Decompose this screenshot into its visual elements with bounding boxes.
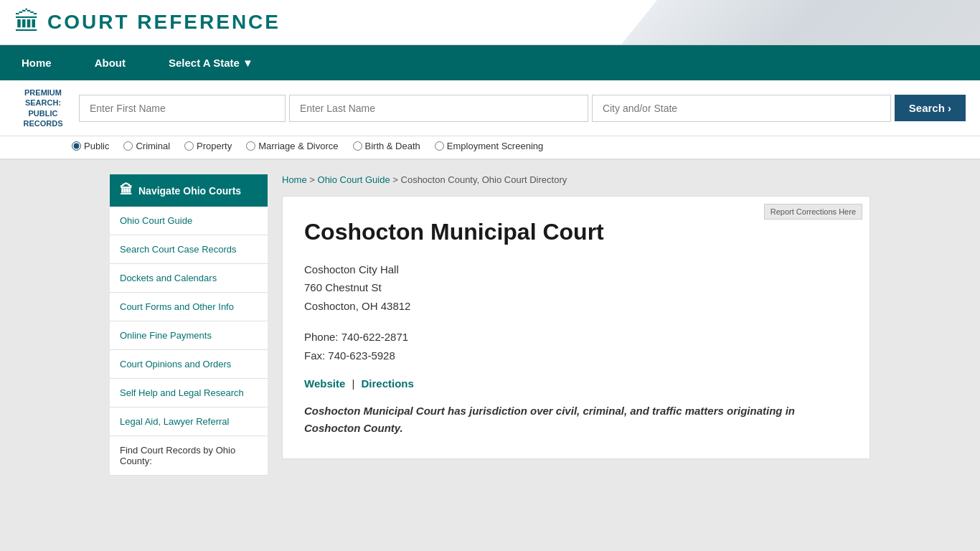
court-contact: Phone: 740-622-2871 Fax: 740-623-5928: [304, 328, 848, 364]
radio-property[interactable]: Property: [184, 141, 232, 151]
court-links: Website | Directions: [304, 377, 848, 390]
court-title: Coshocton Municipal Court: [304, 218, 848, 245]
radio-employment[interactable]: Employment Screening: [435, 141, 543, 151]
search-button[interactable]: Search ›: [895, 95, 966, 121]
court-card: Report Corrections Here Coshocton Munici…: [282, 196, 870, 459]
courthouse-icon: 🏛: [14, 7, 40, 37]
premium-label: PREMIUM SEARCH: PUBLIC RECORDS: [14, 88, 72, 128]
search-inputs: Search ›: [79, 95, 966, 122]
search-type-selector: Public Criminal Property Marriage & Divo…: [0, 136, 980, 160]
main-content: 🏛 Navigate Ohio Courts Ohio Court Guide …: [95, 160, 885, 490]
court-phone-number: Phone: 740-622-2871: [304, 328, 848, 347]
breadcrumb: Home > Ohio Court Guide > Coshocton Coun…: [282, 174, 870, 185]
address-line2: 760 Chestnut St: [304, 278, 848, 297]
courthouse-small-icon: 🏛: [120, 183, 133, 198]
nav-home[interactable]: Home: [0, 45, 73, 80]
court-fax-number: Fax: 740-623-5928: [304, 347, 848, 365]
sidebar-item-court-opinions[interactable]: Court Opinions and Orders: [110, 350, 268, 379]
sidebar-county-label: Find Court Records by Ohio County:: [110, 436, 268, 476]
radio-public[interactable]: Public: [72, 141, 109, 151]
court-address: Coshocton City Hall 760 Chestnut St Cosh…: [304, 260, 848, 316]
header-background: [621, 0, 980, 44]
last-name-input[interactable]: [289, 95, 588, 122]
content-area: Home > Ohio Court Guide > Coshocton Coun…: [282, 174, 870, 476]
search-bar: PREMIUM SEARCH: PUBLIC RECORDS Search ›: [0, 80, 980, 136]
report-corrections-button[interactable]: Report Corrections Here: [764, 204, 862, 220]
sidebar-item-legal-aid[interactable]: Legal Aid, Lawyer Referral: [110, 408, 268, 436]
sidebar-item-ohio-court-guide[interactable]: Ohio Court Guide: [110, 207, 268, 235]
sidebar-header: 🏛 Navigate Ohio Courts: [110, 174, 268, 207]
address-line1: Coshocton City Hall: [304, 260, 848, 279]
website-link[interactable]: Website: [304, 377, 345, 390]
radio-marriage[interactable]: Marriage & Divorce: [246, 141, 338, 151]
breadcrumb-current: Coshocton County, Ohio Court Directory: [401, 174, 567, 185]
nav-select-state[interactable]: Select A State ▼: [147, 45, 275, 80]
court-description: Coshocton Municipal Court has jurisdicti…: [304, 402, 848, 437]
first-name-input[interactable]: [79, 95, 286, 122]
nav-about[interactable]: About: [73, 45, 147, 80]
sidebar-item-online-fine-payments[interactable]: Online Fine Payments: [110, 321, 268, 350]
breadcrumb-court-guide[interactable]: Ohio Court Guide: [318, 174, 390, 185]
sidebar: 🏛 Navigate Ohio Courts Ohio Court Guide …: [110, 174, 268, 476]
directions-link[interactable]: Directions: [362, 377, 414, 390]
city-input[interactable]: [592, 95, 891, 122]
sidebar-item-court-forms[interactable]: Court Forms and Other Info: [110, 293, 268, 321]
breadcrumb-home[interactable]: Home: [282, 174, 307, 185]
sidebar-header-label: Navigate Ohio Courts: [138, 185, 241, 197]
link-separator: |: [352, 377, 354, 390]
site-title: COURT REFERENCE: [47, 11, 281, 34]
sidebar-item-search-court-case-records[interactable]: Search Court Case Records: [110, 235, 268, 264]
address-line3: Coshocton, OH 43812: [304, 297, 848, 316]
logo[interactable]: 🏛 COURT REFERENCE: [14, 7, 281, 37]
radio-criminal[interactable]: Criminal: [123, 141, 170, 151]
main-navigation: Home About Select A State ▼: [0, 45, 980, 80]
site-header: 🏛 COURT REFERENCE: [0, 0, 980, 45]
sidebar-item-self-help[interactable]: Self Help and Legal Research: [110, 379, 268, 408]
sidebar-item-dockets-and-calendars[interactable]: Dockets and Calendars: [110, 264, 268, 293]
radio-birth[interactable]: Birth & Death: [353, 141, 420, 151]
